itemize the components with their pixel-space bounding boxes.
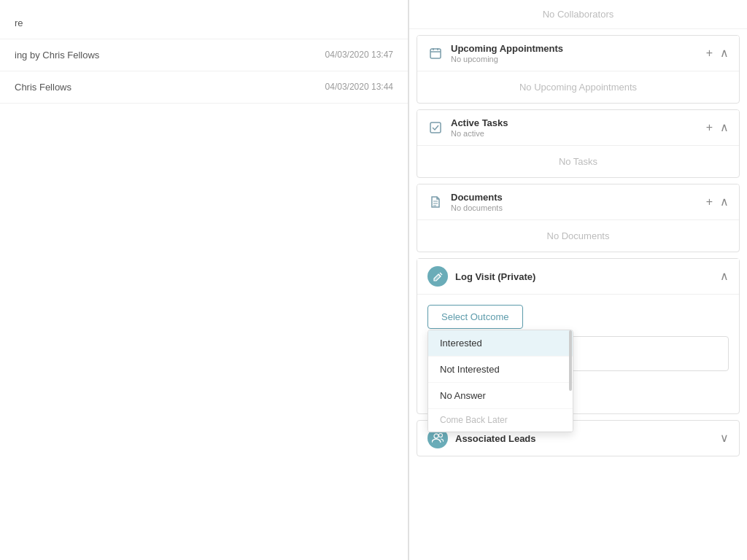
- activity-text: Chris Fellows: [15, 82, 71, 93]
- dropdown-scrollbar: [568, 330, 573, 432]
- checkbox-icon: [427, 120, 444, 136]
- no-documents-text: No Documents: [547, 230, 610, 241]
- upcoming-appointments-actions: + ∧: [706, 47, 729, 59]
- outcome-dropdown: Interested Not Interested No Answer Come…: [427, 330, 573, 432]
- svg-point-10: [434, 434, 438, 438]
- log-visit-actions: ∧: [720, 271, 729, 282]
- documents-body: No Documents: [417, 220, 739, 252]
- log-visit-icon: [427, 266, 448, 287]
- log-visit-title-group: Log Visit (Private): [455, 271, 720, 282]
- collapse-appointments-button[interactable]: ∧: [720, 47, 729, 59]
- documents-actions: + ∧: [706, 196, 729, 208]
- documents-subtitle: No documents: [451, 203, 706, 212]
- svg-point-11: [439, 434, 443, 438]
- select-outcome-button[interactable]: Select Outcome: [427, 305, 523, 329]
- activity-item: ing by Chris Fellows 04/03/2020 13:47: [0, 39, 408, 71]
- log-visit-title: Log Visit (Private): [455, 271, 720, 282]
- collapse-log-visit-button[interactable]: ∧: [720, 271, 729, 282]
- svg-rect-4: [430, 122, 441, 133]
- svg-line-9: [440, 273, 442, 275]
- activity-item: Chris Fellows 04/03/2020 13:44: [0, 71, 408, 104]
- right-panel: No Collaborators Upcoming Appointments N…: [409, 0, 747, 560]
- collapse-tasks-button[interactable]: ∧: [720, 122, 729, 133]
- outcome-option-interested[interactable]: Interested: [428, 330, 573, 357]
- collapse-documents-button[interactable]: ∧: [720, 196, 729, 208]
- active-tasks-actions: + ∧: [706, 122, 729, 133]
- associated-leads-title-group: Associated Leads: [455, 433, 720, 444]
- documents-widget: Documents No documents + ∧ No Documents: [417, 184, 740, 252]
- outcome-option-not-interested[interactable]: Not Interested: [428, 357, 573, 383]
- active-tasks-subtitle: No active: [451, 129, 706, 138]
- no-tasks-text: No Tasks: [559, 156, 597, 167]
- documents-title: Documents: [451, 192, 706, 203]
- log-visit-body: Select Outcome Interested Not Interested…: [417, 295, 739, 413]
- svg-rect-0: [430, 49, 441, 58]
- outcome-option-no-answer[interactable]: No Answer: [428, 383, 573, 409]
- associated-leads-actions: ∨: [720, 432, 729, 444]
- upcoming-appointments-body: No Upcoming Appointments: [417, 71, 739, 103]
- add-document-button[interactable]: +: [706, 196, 713, 208]
- activity-text: ing by Chris Fellows: [15, 50, 99, 61]
- no-upcoming-appointments-text: No Upcoming Appointments: [519, 82, 637, 93]
- upcoming-appointments-subtitle: No upcoming: [451, 55, 706, 63]
- active-tasks-header: Active Tasks No active + ∧: [417, 110, 739, 146]
- expand-associated-leads-button[interactable]: ∨: [720, 432, 729, 444]
- active-tasks-title: Active Tasks: [451, 117, 706, 128]
- activity-text: re: [15, 18, 23, 28]
- upcoming-appointments-header: Upcoming Appointments No upcoming + ∧: [417, 36, 739, 71]
- activity-item: re: [0, 7, 408, 39]
- no-collaborators-text: No Collaborators: [409, 0, 747, 29]
- upcoming-appointments-widget: Upcoming Appointments No upcoming + ∧ No…: [417, 35, 740, 104]
- outcome-option-come-back[interactable]: Come Back Later: [428, 409, 573, 432]
- documents-title-group: Documents No documents: [451, 192, 706, 212]
- left-panel: re ing by Chris Fellows 04/03/2020 13:47…: [0, 0, 409, 560]
- upcoming-appointments-title-group: Upcoming Appointments No upcoming: [451, 43, 706, 63]
- upcoming-appointments-title: Upcoming Appointments: [451, 43, 706, 54]
- add-task-button[interactable]: +: [706, 122, 713, 133]
- active-tasks-widget: Active Tasks No active + ∧ No Tasks: [417, 109, 740, 178]
- dropdown-scroll-thumb: [569, 330, 572, 391]
- document-icon: [427, 194, 444, 210]
- associated-leads-title: Associated Leads: [455, 433, 720, 444]
- active-tasks-body: No Tasks: [417, 146, 739, 177]
- documents-header: Documents No documents + ∧: [417, 184, 739, 220]
- activity-timestamp: 04/03/2020 13:47: [325, 50, 393, 60]
- log-visit-header: Log Visit (Private) ∧: [417, 259, 739, 295]
- log-visit-widget: Log Visit (Private) ∧ Select Outcome Int…: [417, 258, 740, 414]
- calendar-icon: [427, 45, 444, 61]
- activity-timestamp: 04/03/2020 13:44: [325, 82, 393, 92]
- active-tasks-title-group: Active Tasks No active: [451, 117, 706, 138]
- add-appointment-button[interactable]: +: [706, 47, 713, 59]
